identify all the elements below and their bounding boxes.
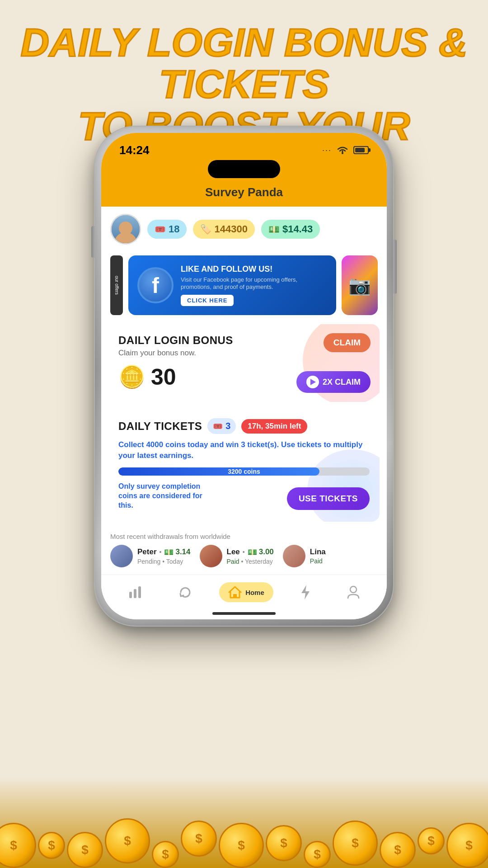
- lina-name: Lina: [310, 547, 326, 556]
- money-amount: $14.43: [282, 223, 313, 235]
- facebook-logo: f: [137, 267, 174, 303]
- lina-info: Lina Paid: [310, 547, 326, 565]
- dynamic-island-area: [101, 160, 387, 182]
- status-icons: ···: [322, 146, 369, 155]
- refresh-icon: [178, 585, 192, 599]
- coin-2: [38, 832, 65, 859]
- nav-home[interactable]: Home: [219, 582, 273, 602]
- fb-click-btn[interactable]: CLICK HERE: [181, 295, 234, 306]
- facebook-banner-text: LIKE AND FOLLOW US! Visit our Facebook p…: [181, 264, 327, 306]
- tickets-count-badge: 🎟️ 3: [207, 418, 236, 434]
- use-tickets-button[interactable]: USE TICKETS: [287, 487, 370, 510]
- dynamic-island-pill: [208, 160, 280, 178]
- claim-2x-label: 2X CLAIM: [323, 377, 361, 387]
- svg-rect-1: [129, 592, 132, 598]
- progress-area: 3200 coins: [118, 467, 370, 476]
- claim-button[interactable]: CLAIM: [324, 333, 371, 352]
- daily-tickets-card: DAILY TICKETS 🎟️ 3 17h, 35min left Colle…: [108, 408, 380, 522]
- coin-stack-icon: 🪙: [118, 364, 145, 390]
- ticket-stat-icon: 🎟️: [155, 224, 166, 235]
- withdrawals-list: Peter • 💵3.14 Pending • Today Lee: [110, 545, 378, 567]
- home-icon: [228, 586, 242, 599]
- peter-avatar: [110, 545, 133, 567]
- peter-info: Peter • 💵3.14 Pending • Today: [137, 547, 191, 565]
- coin-4: [105, 818, 150, 863]
- app-title: Survey Panda: [205, 185, 283, 199]
- flash-icon: [300, 585, 310, 599]
- phone-outer: 14:24 ···: [95, 127, 393, 626]
- svg-point-0: [342, 152, 343, 154]
- nav-flash[interactable]: [291, 581, 319, 603]
- nav-refresh[interactable]: [169, 582, 201, 603]
- peter-amount: 💵3.14: [164, 547, 190, 557]
- nav-profile[interactable]: [338, 582, 369, 603]
- lee-avatar: [200, 545, 222, 567]
- money-stat[interactable]: 💵 $14.43: [261, 220, 320, 239]
- coins-stat[interactable]: 🏷️ 144300: [193, 220, 254, 239]
- svg-rect-3: [138, 586, 141, 598]
- lee-name-row: Lee • 💵3.00: [227, 547, 274, 557]
- phone-inner: 14:24 ···: [101, 133, 387, 619]
- coin-10: [333, 821, 378, 866]
- lee-status: Paid • Yesterday: [227, 558, 274, 565]
- fb-banner-title: LIKE AND FOLLOW US!: [181, 264, 327, 274]
- headline-line1: DAILY LOGIN BONUS & TICKETS: [18, 22, 470, 105]
- tickets-badge-count: 3: [225, 421, 230, 431]
- instagram-banner[interactable]: 📷: [342, 255, 378, 315]
- nav-stats[interactable]: [119, 583, 151, 602]
- play-triangle: [310, 379, 316, 385]
- tickets-count: 18: [169, 223, 179, 235]
- home-indicator: [101, 608, 387, 619]
- coins-decoration: [0, 778, 488, 868]
- tickets-stat[interactable]: 🎟️ 18: [147, 220, 187, 239]
- progress-bar-fill: [118, 467, 319, 476]
- coin-5: [152, 841, 179, 868]
- time-left-badge: 17h, 35min left: [241, 419, 307, 434]
- lina-avatar: [283, 545, 305, 567]
- ticket-badge-icon: 🎟️: [213, 421, 223, 431]
- coins-row: [0, 782, 488, 868]
- user-avatar: [110, 214, 141, 245]
- bar-chart-icon: [128, 586, 142, 598]
- instagram-icon: 📷: [348, 275, 371, 296]
- home-label: Home: [245, 589, 264, 596]
- progress-label: 3200 coins: [228, 468, 260, 475]
- svg-point-6: [350, 586, 357, 593]
- svg-marker-5: [301, 585, 310, 599]
- coin-1: [0, 823, 36, 868]
- signal-dots: ···: [322, 146, 332, 155]
- daily-login-card: DAILY LOGIN BONUS Claim your bonus now. …: [108, 324, 380, 402]
- svg-rect-4: [233, 594, 237, 598]
- lina-status: Paid: [310, 557, 326, 565]
- peter-name-row: Peter • 💵3.14: [137, 547, 191, 557]
- coin-9: [304, 841, 331, 868]
- home-icon-wrapper: Home: [228, 586, 264, 599]
- peter-name: Peter: [137, 547, 157, 557]
- facebook-banner[interactable]: f LIKE AND FOLLOW US! Visit our Facebook…: [128, 255, 336, 315]
- tickets-header: DAILY TICKETS 🎟️ 3 17h, 35min left: [118, 418, 370, 434]
- fb-banner-desc: Visit our Facebook page for upcoming off…: [181, 276, 327, 292]
- tickets-title: DAILY TICKETS: [118, 420, 202, 433]
- withdrawal-lee: Lee • 💵3.00 Paid • Yesterday: [200, 545, 274, 567]
- coin-8: [266, 825, 302, 861]
- left-edge-text: our offers: [114, 276, 119, 295]
- withdrawal-peter: Peter • 💵3.14 Pending • Today: [110, 545, 191, 567]
- withdrawals-title: Most recent withdrawals from worldwide: [110, 533, 378, 540]
- home-indicator-bar: [212, 612, 276, 615]
- coin-6: [181, 821, 217, 857]
- person-icon: [347, 585, 360, 599]
- status-bar: 14:24 ···: [101, 133, 387, 160]
- survey-note: Only survey completion coins are conside…: [118, 482, 218, 510]
- claim-2x-button[interactable]: 2X CLAIM: [296, 371, 371, 393]
- user-stats-bar: 🎟️ 18 🏷️ 144300 💵 $14.43: [101, 207, 387, 252]
- avatar-face: [112, 215, 140, 243]
- progress-bar-bg: 3200 coins: [118, 467, 370, 476]
- svg-rect-2: [134, 589, 136, 598]
- peter-status: Pending • Today: [137, 558, 191, 565]
- coin-13: [446, 823, 488, 868]
- tickets-desc-part1: Collect 4000 coins today and win 3 ticke…: [118, 440, 279, 449]
- coin-3: [67, 832, 103, 868]
- phone-wrapper: 14:24 ···: [95, 127, 393, 626]
- bonus-amount: 30: [151, 364, 176, 390]
- coin-12: [418, 827, 445, 854]
